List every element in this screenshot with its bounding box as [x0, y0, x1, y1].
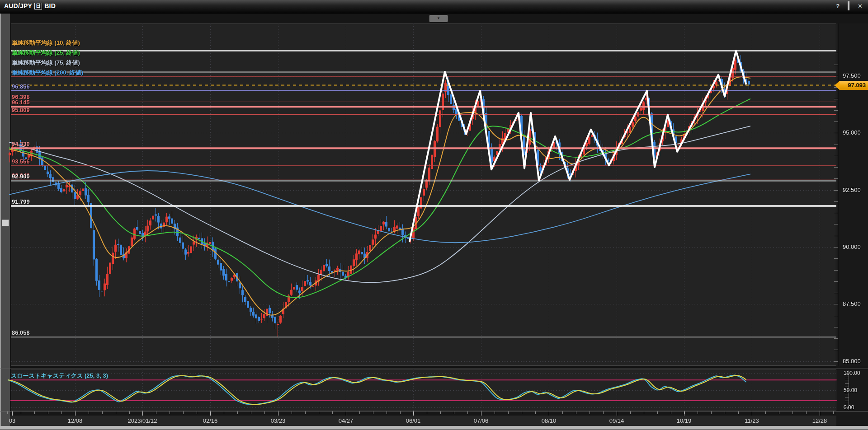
current-price-value: 97.093 [840, 81, 868, 90]
maximize-button[interactable] [848, 3, 849, 9]
title-period: 日 [34, 3, 42, 9]
maximize-icon [848, 1, 849, 10]
help-button[interactable]: ? [836, 3, 840, 9]
window-title: AUD/JPY日BID [4, 2, 56, 9]
price-badge-arrow-icon [835, 81, 840, 90]
collapse-panel-button[interactable]: ▾ [429, 15, 448, 22]
title-type: BID [44, 2, 56, 9]
close-button[interactable]: ✕ [858, 3, 863, 9]
chart-canvas[interactable] [0, 0, 868, 430]
left-splitter-grip[interactable] [2, 220, 9, 226]
title-symbol: AUD/JPY [4, 2, 32, 9]
chart-window: AUD/JPY日BID ? ✕ ▾ 単純移動平均線 (10, 終値)単純移動平均… [0, 0, 868, 430]
title-bar[interactable]: AUD/JPY日BID ? ✕ [0, 0, 868, 14]
